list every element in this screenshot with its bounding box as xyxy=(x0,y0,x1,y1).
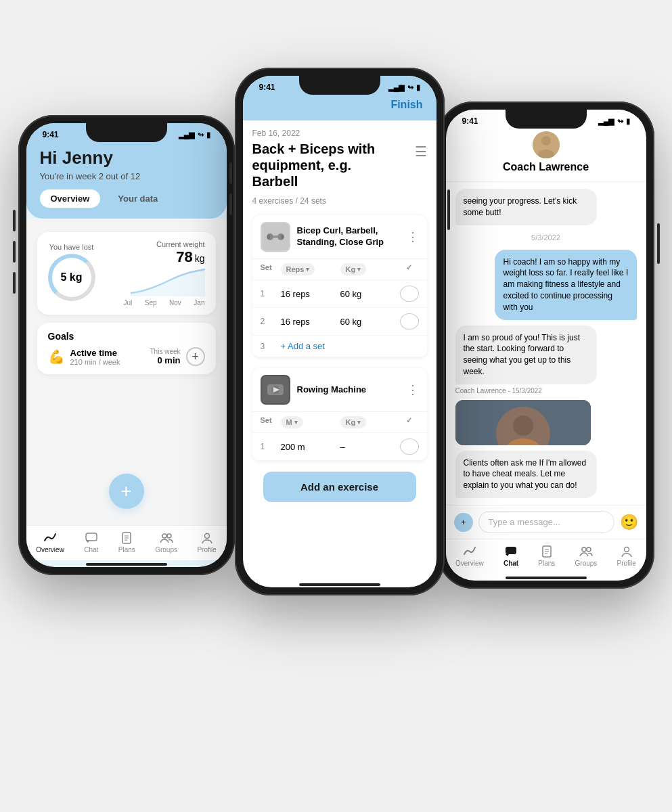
svg-point-24 xyxy=(513,415,533,436)
nav-chat-right[interactable]: Chat xyxy=(503,545,518,567)
coach-attribution: Coach Lawrence - 15/3/2022 xyxy=(455,387,542,394)
coach-name: Coach Lawrence xyxy=(503,161,589,173)
weight-lost: You have lost 5 kg xyxy=(48,243,95,304)
bottom-nav-right: Overview Chat Plans Groups xyxy=(446,539,646,574)
more-icon-2[interactable]: ⋮ xyxy=(407,382,419,397)
goal-name: Active time xyxy=(70,348,120,358)
chart-months: Jul Sep Nov Jan xyxy=(124,299,205,307)
status-icons-left: ▂▄▆ ↬ ▮ xyxy=(179,131,210,139)
nav-profile-right[interactable]: Profile xyxy=(617,545,636,567)
goal-week: This week 0 min xyxy=(150,348,180,365)
svg-point-5 xyxy=(162,534,166,538)
time-left: 9:41 xyxy=(43,130,59,139)
set-header-1: Set Reps ▾ Kg ▾ ✓ xyxy=(252,259,427,280)
set-check-1-1[interactable] xyxy=(400,286,419,302)
time-mid: 9:41 xyxy=(259,83,275,92)
tab-overview[interactable]: Overview xyxy=(40,189,101,208)
m-dropdown[interactable]: M ▾ xyxy=(281,416,303,428)
chat-messages: seeing your progress. Let's kick some bu… xyxy=(446,182,646,505)
exercise-thumb-2 xyxy=(261,375,290,405)
status-icons-right: ▂▄▆ ↬ ▮ xyxy=(598,117,630,126)
nav-overview-right[interactable]: Overview xyxy=(455,545,484,567)
msg-incoming-2: I am so proud of you! This is just the s… xyxy=(455,325,597,384)
video-message[interactable]: gym background xyxy=(455,400,591,445)
profile-icon-right xyxy=(620,545,633,558)
msg-incoming-3: Clients often ask me If I'm allowed to h… xyxy=(455,451,597,498)
nav-chat-left[interactable]: Chat xyxy=(84,531,98,554)
set-check-1-2[interactable] xyxy=(400,313,419,330)
plans-icon-left xyxy=(120,531,133,545)
set-check-2-1[interactable] xyxy=(400,438,419,455)
nav-profile-left[interactable]: Profile xyxy=(197,531,216,554)
chat-icon-left xyxy=(85,531,98,545)
time-right: 9:41 xyxy=(462,116,478,126)
weight-unit: kg xyxy=(195,253,205,264)
set-row-1-2: 2 16 reps 60 kg xyxy=(252,308,427,336)
goal-left: 💪 Active time 210 min / week xyxy=(48,348,120,366)
reps-dropdown[interactable]: Reps ▾ xyxy=(281,263,315,275)
kg-dropdown-1[interactable]: Kg ▾ xyxy=(340,263,367,275)
chat-header: Coach Lawrence xyxy=(446,129,646,182)
goal-sub: 210 min / week xyxy=(70,358,120,366)
workout-stats: 4 exercises / 24 sets xyxy=(252,196,427,206)
exercise-header-1: Bicep Curl, Barbell,Standing, Close Grip… xyxy=(252,215,427,259)
svg-point-34 xyxy=(624,547,629,552)
svg-rect-0 xyxy=(86,533,97,541)
workout-title: Back + Biceps with equipment, e.g. Barbe… xyxy=(252,141,415,189)
overview-icon xyxy=(43,531,57,545)
msg-outgoing-1: Hi coach! I am so happy with my weight l… xyxy=(495,250,636,320)
add-set-btn-1[interactable]: + Add a set xyxy=(281,341,419,351)
goal-emoji: 💪 xyxy=(48,348,65,365)
groups-icon-right xyxy=(579,545,593,558)
set-row-2-1: 1 200 m – xyxy=(252,433,427,461)
notch-right xyxy=(506,110,587,129)
emoji-button[interactable]: 🙂 xyxy=(620,514,638,531)
set-header-2: Set M ▾ Kg ▾ ✓ xyxy=(252,412,427,433)
menu-icon-mid[interactable]: ☰ xyxy=(415,143,427,160)
add-exercise-button[interactable]: Add an exercise xyxy=(263,472,416,502)
add-goal-button[interactable]: + xyxy=(186,347,205,366)
weight-val: 78 xyxy=(176,248,192,266)
home-indicator-mid xyxy=(299,583,380,586)
nav-groups-right[interactable]: Groups xyxy=(575,545,598,567)
exercise-thumb-1 xyxy=(261,222,290,252)
header-blue: Hi Jenny You're in week 2 out of 12 Over… xyxy=(26,142,227,219)
svg-point-33 xyxy=(587,547,591,551)
goals-title: Goals xyxy=(48,331,205,342)
tab-your-data[interactable]: Your data xyxy=(107,189,169,208)
attach-button[interactable]: + xyxy=(454,513,473,532)
circle-chart: 5 kg xyxy=(48,254,95,301)
profile-icon-left xyxy=(200,531,214,545)
fab-button[interactable]: + xyxy=(109,474,144,509)
nav-plans-right[interactable]: Plans xyxy=(538,545,555,567)
status-icons-mid: ▂▄▆ ↬ ▮ xyxy=(388,83,420,92)
more-icon-1[interactable]: ⋮ xyxy=(407,229,419,244)
phone-mid: 9:41 ▂▄▆ ↬ ▮ Finish Feb 16, 2022 Back + … xyxy=(235,68,445,595)
nav-overview-left[interactable]: Overview xyxy=(36,531,64,554)
weight-section: You have lost 5 kg Current weight 78 kg xyxy=(37,232,216,315)
nav-groups-left[interactable]: Groups xyxy=(155,531,177,554)
weight-lost-label: You have lost xyxy=(49,243,94,251)
svg-rect-13 xyxy=(281,235,284,239)
bottom-nav-left: Overview Chat Plans Groups xyxy=(26,525,227,560)
greeting: Hi Jenny xyxy=(40,148,213,168)
coach-avatar xyxy=(533,131,560,158)
kg-dropdown-2[interactable]: Kg ▾ xyxy=(340,416,367,428)
finish-button[interactable]: Finish xyxy=(390,99,422,111)
date-divider-1: 5/3/2022 xyxy=(455,233,637,242)
nav-plans-left[interactable]: Plans xyxy=(118,531,135,554)
add-set-row-1[interactable]: 3 + Add a set xyxy=(252,336,427,357)
chat-input-field[interactable]: Type a message... xyxy=(478,511,614,533)
phone-left: 9:41 ▂▄▆ ↬ ▮ Hi Jenny You're in week 2 o… xyxy=(18,115,235,575)
overview-icon-right xyxy=(463,545,476,558)
svg-rect-27 xyxy=(506,547,516,554)
wifi-icon: ↬ xyxy=(198,131,204,139)
weight-chart xyxy=(131,266,205,296)
subtext: You're in week 2 out of 12 xyxy=(40,171,213,181)
exercise-name-2: Rowing Machine xyxy=(297,384,400,396)
weight-current-label: Current weight xyxy=(156,240,205,248)
notch-left xyxy=(86,123,167,142)
exercise-header-2: Rowing Machine ⋮ xyxy=(252,368,427,412)
svg-rect-12 xyxy=(267,235,270,239)
exercise-card-1: Bicep Curl, Barbell,Standing, Close Grip… xyxy=(252,215,427,357)
